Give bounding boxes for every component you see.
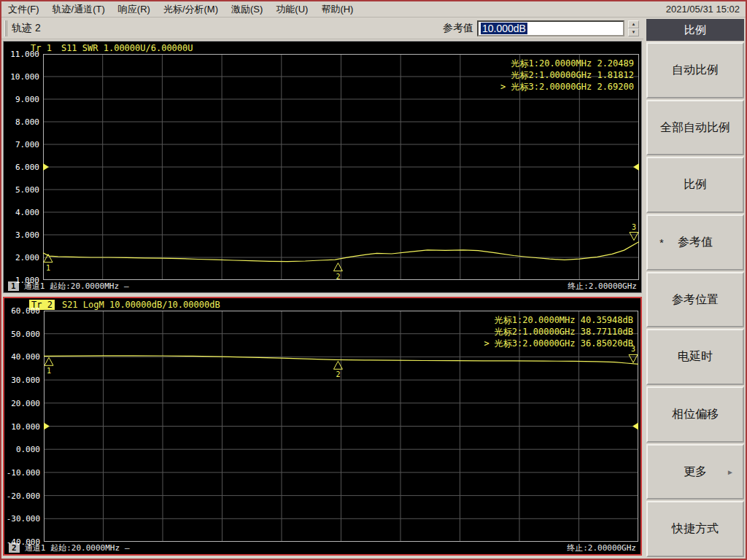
- softkey-shortcut[interactable]: 快捷方式: [646, 501, 744, 557]
- chart1-plot-area[interactable]: 123 光标1:20.0000MHz 2.20489光标2:1.00000GHz…: [43, 54, 639, 280]
- y-tick-label: -20.000: [7, 491, 40, 501]
- toolbar-grip[interactable]: [4, 20, 7, 36]
- chart1-marker-readout: 光标1:20.0000MHz 2.20489光标2:1.00000GHz 1.8…: [500, 58, 634, 93]
- chart2-status-bar: 2 通道1 起始:20.0000MHz — 终止:2.00000GHz: [4, 542, 640, 554]
- y-tick-label: 30.000: [11, 376, 40, 385]
- spinner-down-icon[interactable]: ▼: [628, 28, 639, 36]
- chart1-start-freq: 起始:20.0000MHz: [50, 281, 119, 292]
- marker-triangle: [44, 357, 53, 365]
- vna-application-window: 文件(F) 轨迹/通道(T) 响应(R) 光标/分析(M) 激励(S) 功能(U…: [0, 0, 747, 560]
- y-tick-label: 7.000: [15, 140, 39, 149]
- marker-readout-line: 光标2:1.00000GHz 38.77110dB: [484, 326, 633, 338]
- softkey-reference-value[interactable]: * 参考值: [646, 214, 744, 271]
- svg-text:1: 1: [46, 264, 50, 272]
- active-trace-title: 轨迹 2: [12, 22, 41, 35]
- softkey-more[interactable]: 更多 ►: [646, 444, 744, 500]
- y-tick-label: 3.000: [15, 230, 39, 240]
- reference-value-spinner: ▲ ▼: [628, 20, 639, 36]
- softkey-auto-scale[interactable]: 自动比例: [646, 42, 744, 98]
- menu-help[interactable]: 帮助(H): [314, 1, 360, 17]
- y-tick-label: 2.000: [15, 253, 39, 262]
- softkey-phase-offset[interactable]: 相位偏移: [646, 386, 744, 443]
- marker-triangle: [630, 233, 638, 241]
- y-tick-label: 6.000: [15, 163, 39, 172]
- chart2-sweep-indicator: —: [125, 543, 130, 553]
- y-tick-label: 10.000: [10, 72, 39, 82]
- datetime-display: 2021/05/31 15:02: [666, 4, 746, 15]
- submenu-arrow-icon: ►: [727, 468, 734, 476]
- y-tick-label: 1.000: [15, 276, 39, 285]
- softkey-label: 电延时: [678, 349, 713, 365]
- toolbar: 轨迹 2 参考值 10.000dB ▲ ▼: [1, 18, 643, 39]
- chart1-y-axis: 11.00010.0009.0008.0007.0006.0005.0004.0…: [4, 54, 43, 280]
- chart2-marker-readout: 光标1:20.0000MHz 40.35948dB光标2:1.00000GHz …: [484, 314, 633, 349]
- svg-text:2: 2: [336, 273, 340, 281]
- y-tick-label: 60.000: [11, 306, 40, 316]
- y-tick-label: 9.000: [15, 95, 39, 104]
- marker-readout-line: 光标1:20.0000MHz 40.35948dB: [484, 314, 633, 326]
- chart1-sweep-indicator: —: [124, 281, 129, 291]
- softkey-label: 更多: [684, 464, 707, 480]
- menu-file[interactable]: 文件(F): [1, 1, 46, 17]
- softkey-electrical-delay[interactable]: 电延时: [646, 329, 744, 385]
- y-tick-label: 11.000: [10, 50, 39, 59]
- chart1-measurement-title: S11 SWR 1.00000U/6.00000U: [61, 43, 193, 53]
- softkey-label: 自动比例: [672, 63, 719, 78]
- chart1-stop-freq: 终止:2.00000GHz: [568, 281, 637, 292]
- menu-trace-channel[interactable]: 轨迹/通道(T): [46, 1, 112, 17]
- reference-value-text: 10.000dB: [481, 23, 527, 34]
- chart2-start-freq: 起始:20.0000MHz: [50, 542, 120, 553]
- softkey-menu-title: 比例: [646, 19, 744, 41]
- y-tick-label: -30.000: [7, 514, 40, 524]
- softkey-label: 相位偏移: [672, 407, 719, 422]
- ref-level-arrow-right: [633, 163, 639, 171]
- y-tick-label: 40.000: [11, 352, 40, 362]
- ref-level-arrow-right: [632, 423, 638, 430]
- charts-area: Tr 1 S11 SWR 1.00000U/6.00000U 11.00010.…: [1, 39, 643, 559]
- ref-level-arrow-left: [44, 423, 50, 430]
- spinner-up-icon[interactable]: ▲: [628, 20, 639, 28]
- y-tick-label: 4.000: [15, 208, 39, 217]
- active-softkey-star-icon: *: [659, 236, 664, 249]
- chart-window-s21-logm: Tr 2 S21 LogM 10.00000dB/10.00000dB 60.0…: [3, 297, 642, 556]
- chart2-y-axis: 60.00050.00040.00030.00020.00010.0000.00…: [4, 311, 44, 542]
- chart2-measurement-title: S21 LogM 10.00000dB/10.00000dB: [62, 300, 220, 310]
- softkey-label: 全部自动比例: [660, 120, 730, 136]
- softkey-label: 快捷方式: [672, 521, 719, 537]
- softkey-label: 参考值: [678, 235, 713, 250]
- y-tick-label: 20.000: [11, 399, 40, 408]
- y-tick-label: -40.000: [7, 537, 40, 547]
- softkey-reference-position[interactable]: 参考位置: [646, 272, 744, 328]
- chart2-stop-freq: 终止:2.00000GHz: [567, 542, 636, 553]
- chart2-header: Tr 2 S21 LogM 10.00000dB/10.00000dB: [4, 298, 640, 311]
- reference-value-label: 参考值: [443, 22, 473, 35]
- marker-readout-line: > 光标3:2.00000GHz 2.69200: [500, 81, 634, 93]
- svg-text:2: 2: [336, 370, 340, 378]
- softkey-scale[interactable]: 比例: [646, 157, 744, 213]
- chart1-header: Tr 1 S11 SWR 1.00000U/6.00000U: [4, 42, 641, 54]
- marker-triangle: [629, 354, 638, 362]
- marker-readout-line: > 光标3:2.00000GHz 36.85020dB: [484, 338, 633, 349]
- svg-text:3: 3: [632, 223, 636, 231]
- chart2-plot-area[interactable]: 123 光标1:20.0000MHz 40.35948dB光标2:1.00000…: [44, 311, 638, 542]
- svg-text:1: 1: [47, 367, 51, 375]
- softkey-label: 比例: [684, 177, 707, 192]
- ref-level-arrow-left: [43, 163, 49, 171]
- menu-marker-analysis[interactable]: 光标/分析(M): [157, 1, 225, 17]
- menu-utility[interactable]: 功能(U): [269, 1, 314, 17]
- marker-readout-line: 光标1:20.0000MHz 2.20489: [500, 58, 634, 69]
- menu-stimulus[interactable]: 激励(S): [225, 1, 269, 17]
- softkey-label: 参考位置: [672, 292, 719, 308]
- reference-value-input[interactable]: 10.000dB: [477, 20, 624, 36]
- y-tick-label: 0.000: [16, 445, 40, 454]
- y-tick-label: 10.000: [11, 422, 40, 432]
- softkey-sidebar: 比例 自动比例 全部自动比例 比例 * 参考值 参考位置 电延时 相位偏移 更多…: [643, 18, 746, 559]
- chart1-status-bar: 1 通道1 起始:20.0000MHz — 终止:2.00000GHz: [4, 280, 641, 292]
- chart-window-s11-swr: Tr 1 S11 SWR 1.00000U/6.00000U 11.00010.…: [3, 41, 642, 293]
- menu-response[interactable]: 响应(R): [112, 1, 157, 17]
- softkey-auto-scale-all[interactable]: 全部自动比例: [646, 100, 744, 156]
- marker-readout-line: 光标2:1.00000GHz 1.81812: [500, 69, 634, 81]
- y-tick-label: 8.000: [15, 117, 39, 127]
- y-tick-label: -10.000: [7, 468, 40, 478]
- y-tick-label: 50.000: [11, 330, 40, 339]
